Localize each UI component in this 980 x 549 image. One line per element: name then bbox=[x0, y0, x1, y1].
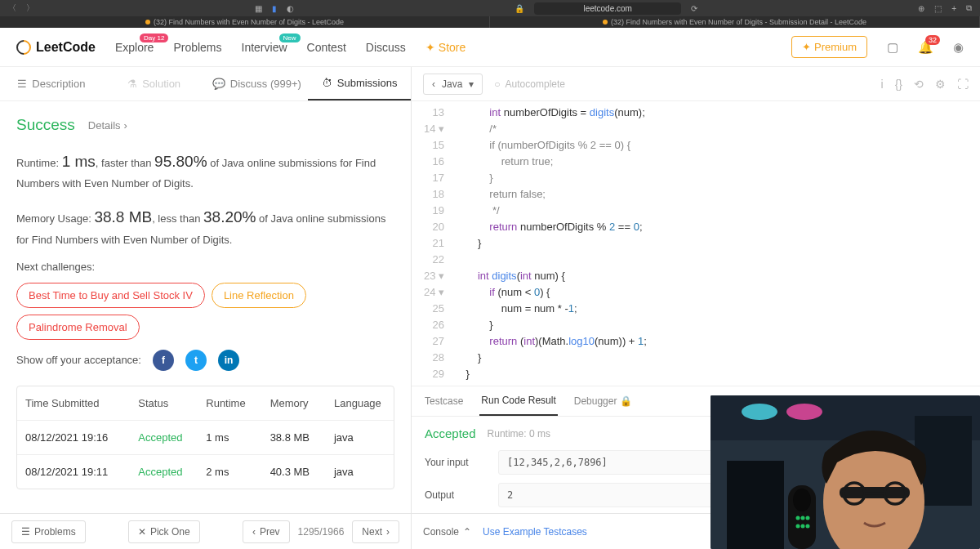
premium-button[interactable]: ✦ Premium bbox=[791, 36, 867, 58]
col-language: Language bbox=[326, 386, 394, 420]
col-time: Time Submitted bbox=[17, 386, 130, 420]
input-label: Your input bbox=[425, 457, 498, 468]
add-icon[interactable]: + bbox=[951, 4, 956, 13]
runtime-metric: Runtime: 1 ms, faster than 95.80% of Jav… bbox=[16, 149, 394, 193]
nav-problems[interactable]: Problems bbox=[173, 41, 221, 54]
challenge-pill-2[interactable]: Line Reflection bbox=[212, 283, 306, 308]
settings-icon[interactable]: ⚙ bbox=[935, 78, 946, 91]
svg-point-16 bbox=[796, 524, 800, 529]
facebook-icon[interactable]: f bbox=[153, 350, 174, 371]
nav-interview[interactable]: Interview New bbox=[242, 41, 287, 54]
undo-icon[interactable]: ⟲ bbox=[914, 78, 924, 91]
browser-tab-1[interactable]: (32) Find Numbers with Even Number of Di… bbox=[0, 16, 490, 28]
circle-icon: ○ bbox=[494, 78, 500, 90]
clock-icon: ⏱ bbox=[322, 77, 332, 89]
next-button[interactable]: Next› bbox=[352, 520, 399, 543]
chevron-up-icon: ⌃ bbox=[463, 526, 471, 538]
contrast-icon[interactable]: ◐ bbox=[287, 4, 294, 13]
nav-back-icon[interactable]: 〈 bbox=[8, 2, 16, 14]
nav-forward-icon[interactable]: 〉 bbox=[26, 2, 34, 14]
refresh-icon[interactable]: ⟳ bbox=[691, 4, 697, 13]
challenge-pill-3[interactable]: Palindrome Removal bbox=[16, 315, 140, 340]
left-pane: ☰Description ⚗Solution 💬Discuss (999+) ⏱… bbox=[0, 67, 412, 549]
chevron-right-icon: › bbox=[124, 119, 127, 132]
svg-point-14 bbox=[801, 516, 805, 520]
svg-point-2 bbox=[742, 404, 777, 420]
nav-discuss[interactable]: Discuss bbox=[366, 41, 406, 54]
svg-point-18 bbox=[806, 524, 810, 529]
tab-solution[interactable]: ⚗Solution bbox=[103, 67, 206, 100]
tab-submissions[interactable]: ⏱Submissions bbox=[308, 67, 411, 100]
problem-tabs: ☰Description ⚗Solution 💬Discuss (999+) ⏱… bbox=[0, 67, 411, 101]
tab-debugger[interactable]: Debugger 🔒 bbox=[572, 387, 634, 415]
svg-rect-5 bbox=[727, 461, 784, 549]
nav-explore[interactable]: Explore Day 12 bbox=[115, 41, 154, 54]
browser-tab-strip: (32) Find Numbers with Even Number of Di… bbox=[0, 16, 980, 28]
logo[interactable]: LeetCode bbox=[16, 40, 96, 55]
browser-tab-2[interactable]: (32) Find Numbers with Even Number of Di… bbox=[490, 16, 980, 28]
challenge-pill-1[interactable]: Best Time to Buy and Sell Stock IV bbox=[16, 283, 205, 308]
table-header: Time Submitted Status Runtime Memory Lan… bbox=[17, 386, 394, 421]
twitter-icon[interactable]: t bbox=[185, 350, 207, 371]
nav-store[interactable]: ✦ Store bbox=[425, 41, 466, 54]
table-row[interactable]: 08/12/2021 19:16 Accepted 1 ms 38.8 MB j… bbox=[17, 421, 394, 455]
result-runtime: Runtime: 0 ms bbox=[488, 428, 550, 440]
pick-one-button[interactable]: ✕Pick One bbox=[128, 520, 200, 543]
user-avatar-icon[interactable]: ◉ bbox=[953, 40, 964, 55]
fullscreen-icon[interactable]: ⛶ bbox=[957, 78, 969, 91]
challenge-pills: Best Time to Buy and Sell Stock IV Line … bbox=[16, 283, 394, 340]
braces-icon[interactable]: {} bbox=[895, 78, 902, 91]
download-icon[interactable]: ⬚ bbox=[934, 4, 942, 13]
col-status: Status bbox=[130, 386, 198, 420]
language-select[interactable]: ‹ Java ▾ bbox=[423, 74, 483, 95]
browser-toolbar: 〈 〉 ▦ ▮ ◐ 🔒 leetcode.com ⟳ ⊕ ⬚ + ⧉ bbox=[0, 0, 980, 16]
console-button[interactable]: Console⌃ bbox=[423, 526, 471, 538]
chevron-right-icon: › bbox=[386, 526, 390, 538]
svg-point-12 bbox=[793, 489, 811, 511]
use-example-link[interactable]: Use Example Testcases bbox=[483, 526, 587, 538]
notif-badge: 32 bbox=[925, 35, 940, 45]
tab-description[interactable]: ☰Description bbox=[0, 67, 103, 100]
store-icon: ✦ bbox=[425, 41, 435, 54]
bell-icon[interactable]: 🔔 32 bbox=[918, 40, 933, 55]
explore-badge: Day 12 bbox=[140, 33, 168, 42]
shield-icon[interactable]: ▦ bbox=[255, 4, 262, 13]
tab-run-result[interactable]: Run Code Result bbox=[479, 386, 557, 416]
nav-contest[interactable]: Contest bbox=[307, 41, 346, 54]
code-toolbar: ‹ Java ▾ ○ Autocomplete i {} ⟲ ⚙ ⛶ bbox=[412, 67, 980, 101]
chevron-down-icon: ▾ bbox=[469, 78, 474, 90]
details-link[interactable]: Details› bbox=[88, 119, 127, 132]
submissions-table: Time Submitted Status Runtime Memory Lan… bbox=[16, 386, 394, 489]
share-icon[interactable]: ⊕ bbox=[918, 4, 924, 13]
submission-body: Success Details› Runtime: 1 ms, faster t… bbox=[0, 101, 411, 513]
shuffle-icon: ✕ bbox=[138, 526, 146, 538]
brand-name: LeetCode bbox=[36, 40, 96, 55]
linkedin-icon[interactable]: in bbox=[218, 350, 239, 371]
logo-icon bbox=[13, 37, 33, 57]
problem-counter: 1295/1966 bbox=[298, 526, 345, 538]
problems-button[interactable]: ☰Problems bbox=[11, 520, 86, 543]
webcam-overlay bbox=[710, 395, 980, 549]
success-label: Success bbox=[16, 116, 75, 134]
info-icon[interactable]: i bbox=[881, 78, 884, 91]
code-editor[interactable]: 1314 ▾151617181920212223 ▾24 ▾2526272829… bbox=[412, 101, 980, 386]
chat-icon: 💬 bbox=[212, 78, 225, 90]
doc-icon: ☰ bbox=[17, 78, 27, 90]
reader-icon[interactable]: ▮ bbox=[272, 4, 277, 13]
col-memory: Memory bbox=[262, 386, 326, 420]
prev-button[interactable]: ‹Prev bbox=[243, 520, 290, 543]
star-icon: ✦ bbox=[802, 41, 811, 53]
svg-point-13 bbox=[796, 516, 800, 520]
autocomplete-toggle[interactable]: ○ Autocomplete bbox=[494, 78, 565, 90]
tabs-icon[interactable]: ⧉ bbox=[966, 3, 972, 13]
tab-testcase[interactable]: Testcase bbox=[423, 387, 465, 415]
next-challenges-label: Next challenges: bbox=[16, 261, 394, 273]
lock-icon: 🔒 bbox=[514, 4, 524, 13]
svg-point-3 bbox=[786, 404, 822, 420]
caret-icon: ‹ bbox=[432, 78, 435, 90]
table-row[interactable]: 08/12/2021 19:11 Accepted 2 ms 40.3 MB j… bbox=[17, 455, 394, 489]
url-bar[interactable]: leetcode.com bbox=[534, 2, 680, 15]
tab-discuss[interactable]: 💬Discuss (999+) bbox=[206, 67, 309, 100]
list-icon: ☰ bbox=[21, 526, 30, 538]
timer-icon[interactable]: ▢ bbox=[887, 40, 898, 55]
